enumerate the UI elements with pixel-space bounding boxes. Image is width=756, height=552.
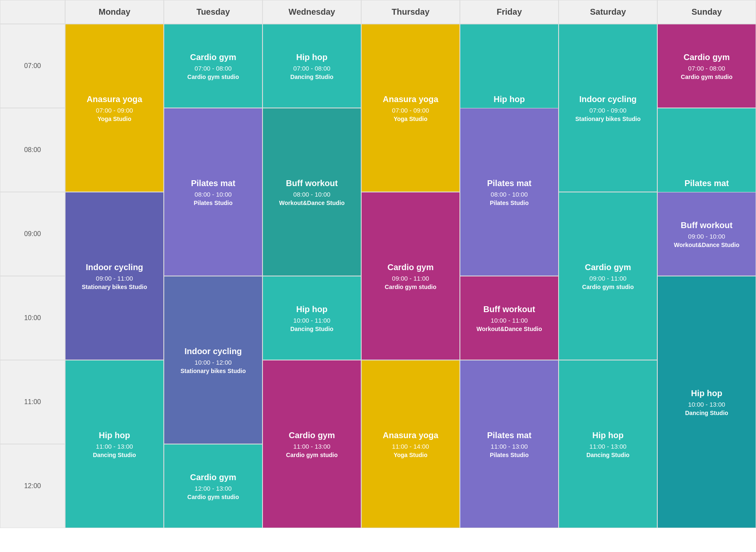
event-name: Hip hop (99, 430, 130, 440)
event-time: 07:00 - 08:00 (293, 65, 330, 72)
header-wednesday: Wednesday (262, 0, 361, 24)
event-time: 11:00 - 14:00 (392, 443, 429, 450)
event-name: Hip hop (296, 52, 327, 62)
event-wed-hiphop-1000[interactable]: Hip hop 10:00 - 11:00 Dancing Studio (262, 276, 361, 360)
event-name: Buff workout (286, 178, 338, 188)
time-0700: 07:00 (0, 24, 65, 108)
event-location: Yoga Studio (394, 116, 428, 122)
event-time: 08:00 - 10:00 (491, 191, 528, 198)
event-location: Cardio gym studio (286, 452, 338, 458)
event-sun-buff-workout-0900[interactable]: Buff workout 09:00 - 10:00 Workout&Dance… (657, 192, 756, 276)
event-name: Anasura yoga (87, 94, 142, 104)
event-tue-indoor-cycling-1000[interactable]: Indoor cycling 10:00 - 12:00 Stationary … (164, 276, 262, 444)
event-time: 11:00 - 13:00 (96, 443, 133, 450)
event-name: Indoor cycling (86, 262, 143, 272)
event-name: Hip hop (296, 304, 327, 314)
event-location: Cardio gym studio (681, 74, 732, 80)
event-tue-cardio-1200[interactable]: Cardio gym 12:00 - 13:00 Cardio gym stud… (164, 444, 262, 528)
event-sat-hiphop-1100[interactable]: Hip hop 11:00 - 13:00 Dancing Studio (559, 360, 657, 528)
event-time: 07:00 - 09:00 (392, 107, 429, 114)
event-location: Workout&Dance Studio (674, 242, 739, 248)
event-name: Hip hop (494, 94, 525, 104)
event-name: Buff workout (483, 304, 535, 314)
event-location: Stationary bikes Studio (575, 116, 641, 122)
event-sun-hiphop-1000[interactable]: Hip hop 10:00 - 13:00 Dancing Studio (657, 276, 756, 528)
event-name: Pilates mat (487, 178, 532, 188)
event-name: Hip hop (592, 430, 623, 440)
event-name: Pilates mat (191, 178, 236, 188)
event-wed-cardio-1100[interactable]: Cardio gym 11:00 - 13:00 Cardio gym stud… (262, 360, 361, 528)
event-mon-anasura-yoga[interactable]: Anasura yoga 07:00 - 09:00 Yoga Studio (65, 24, 164, 192)
event-location: Dancing Studio (93, 452, 136, 458)
event-name: Pilates mat (487, 430, 532, 440)
event-name: Anasura yoga (383, 430, 438, 440)
time-1200: 12:00 (0, 444, 65, 528)
event-location: Pilates Studio (194, 200, 233, 206)
event-location: Cardio gym studio (582, 284, 634, 290)
event-time: 09:00 - 11:00 (392, 275, 429, 282)
header-tuesday: Tuesday (164, 0, 262, 24)
event-sun-cardio-0700[interactable]: Cardio gym 07:00 - 08:00 Cardio gym stud… (657, 24, 756, 108)
event-location: Cardio gym studio (187, 494, 239, 500)
event-wed-buff-workout-0800[interactable]: Buff workout 08:00 - 10:00 Workout&Dance… (262, 108, 361, 276)
event-sat-cardio-0900[interactable]: Cardio gym 09:00 - 11:00 Cardio gym stud… (559, 192, 657, 360)
event-time: 09:00 - 11:00 (589, 275, 626, 282)
event-location: Stationary bikes Studio (82, 284, 147, 290)
time-0900: 09:00 (0, 192, 65, 276)
time-1000: 10:00 (0, 276, 65, 360)
event-name: Hip hop (691, 388, 722, 398)
event-name: Cardio gym (683, 52, 730, 62)
event-location: Pilates Studio (490, 200, 529, 206)
time-1100: 11:00 (0, 360, 65, 444)
event-thu-anasura-yoga-1100[interactable]: Anasura yoga 11:00 - 14:00 Yoga Studio (361, 360, 460, 528)
event-name: Anasura yoga (383, 94, 438, 104)
event-mon-hiphop-1100[interactable]: Hip hop 11:00 - 13:00 Dancing Studio (65, 360, 164, 528)
event-time: 10:00 - 13:00 (688, 401, 725, 408)
event-sat-indoor-cycling-0700[interactable]: Indoor cycling 07:00 - 09:00 Stationary … (559, 24, 657, 192)
event-tue-pilates-0800[interactable]: Pilates mat 08:00 - 10:00 Pilates Studio (164, 108, 262, 276)
event-location: Workout&Dance Studio (279, 200, 344, 206)
event-name: Cardio gym (190, 472, 236, 482)
event-time: 09:00 - 10:00 (688, 233, 725, 240)
event-time: 08:00 - 10:00 (194, 191, 231, 198)
event-location: Dancing Studio (290, 74, 333, 80)
event-location: Workout&Dance Studio (476, 326, 542, 332)
header-saturday: Saturday (559, 0, 657, 24)
event-fri-pilates-0800[interactable]: Pilates mat 08:00 - 10:00 Pilates Studio (460, 108, 559, 276)
event-location: Dancing Studio (586, 452, 630, 458)
event-time: 11:00 - 13:00 (589, 443, 626, 450)
event-wed-hiphop-0700[interactable]: Hip hop 07:00 - 08:00 Dancing Studio (262, 24, 361, 108)
header-empty (0, 0, 65, 24)
event-mon-indoor-cycling-0900[interactable]: Indoor cycling 09:00 - 11:00 Stationary … (65, 192, 164, 360)
event-thu-cardio-0900[interactable]: Cardio gym 09:00 - 11:00 Cardio gym stud… (361, 192, 460, 360)
event-location: Cardio gym studio (385, 284, 436, 290)
event-time: 10:00 - 11:00 (293, 317, 330, 324)
event-name: Buff workout (681, 220, 732, 230)
event-thu-anasura-yoga[interactable]: Anasura yoga 07:00 - 09:00 Yoga Studio (361, 24, 460, 192)
event-fri-pilates-1100[interactable]: Pilates mat 11:00 - 13:00 Pilates Studio (460, 360, 559, 528)
header-monday: Monday (65, 0, 164, 24)
event-time: 10:00 - 11:00 (491, 317, 528, 324)
event-time: 11:00 - 13:00 (491, 443, 528, 450)
header-sunday: Sunday (657, 0, 756, 24)
event-time: 10:00 - 12:00 (194, 359, 231, 366)
event-location: Cardio gym studio (187, 74, 239, 80)
event-name: Indoor cycling (579, 94, 637, 104)
event-name: Pilates mat (685, 178, 729, 188)
schedule-grid: Monday Tuesday Wednesday Thursday Friday… (0, 0, 756, 528)
time-0800: 08:00 (0, 108, 65, 192)
event-location: Yoga Studio (394, 452, 428, 458)
event-name: Indoor cycling (184, 346, 242, 356)
header-friday: Friday (460, 0, 559, 24)
event-fri-buff-workout-1000[interactable]: Buff workout 10:00 - 11:00 Workout&Dance… (460, 276, 559, 360)
event-name: Cardio gym (289, 430, 335, 440)
event-tue-cardio-0700[interactable]: Cardio gym 07:00 - 08:00 Cardio gym stud… (164, 24, 262, 108)
event-time: 07:00 - 09:00 (96, 107, 133, 114)
event-time: 08:00 - 10:00 (293, 191, 330, 198)
event-time: 12:00 - 13:00 (194, 485, 231, 492)
event-time: 07:00 - 08:00 (688, 65, 725, 72)
event-time: 11:00 - 13:00 (293, 443, 330, 450)
event-location: Stationary bikes Studio (181, 368, 246, 374)
header-thursday: Thursday (361, 0, 460, 24)
event-name: Cardio gym (190, 52, 236, 62)
